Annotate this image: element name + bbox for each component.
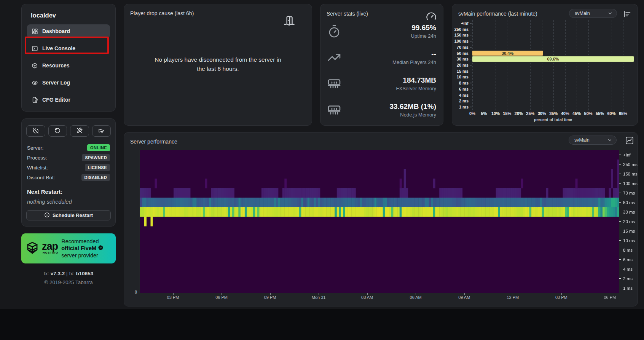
perf-time-label: 06 AM xyxy=(410,295,422,300)
thread-bar-50ms: 30.4% xyxy=(472,51,543,56)
server-perf-card: Server performance svMain +Inf250 ms150 … xyxy=(124,132,638,306)
stat-label: FXServer Memory xyxy=(396,86,436,91)
sidebar-item-label: Dashboard xyxy=(42,28,70,34)
status-label: Discord Bot: xyxy=(27,175,55,180)
thread-x-tick-label: 20% xyxy=(515,111,523,116)
thread-bar-30ms: 69.6% xyxy=(472,56,634,62)
sidebar-item-label: Resources xyxy=(42,62,70,69)
thread-x-tick-label: 10% xyxy=(491,111,500,116)
perf-ms-label: 4 ms xyxy=(623,267,633,271)
server-controls xyxy=(26,125,111,137)
zap-line1: Recommended xyxy=(61,238,104,245)
perf-right-axis: +Inf250 ms150 ms100 ms70 ms50 ms30 ms20 … xyxy=(619,150,642,293)
perf-ms-label: +Inf xyxy=(623,153,631,157)
perf-select-value: svMain xyxy=(574,137,590,143)
zap-line2: official FiveM xyxy=(61,245,96,252)
stat-value: 33.62MB (1%) xyxy=(390,102,437,111)
thread-select[interactable]: svMain xyxy=(569,9,617,18)
thread-y-tick-label: 50 ms xyxy=(457,51,469,56)
zap-line3: server provider xyxy=(61,252,104,259)
thread-x-tick-label: 5% xyxy=(481,111,487,116)
status-rows: Server:ONLINEProcess:SPAWNEDWhitelist:LI… xyxy=(26,143,111,182)
status-row: Server:ONLINE xyxy=(26,143,111,153)
thread-y-tick-label: 4 ms xyxy=(459,93,469,97)
trending-up-icon xyxy=(327,51,341,64)
perf-left-zero-label: 0 xyxy=(130,290,137,294)
perf-time-axis: 03 PM06 PM09 PMMon 3103 AM06 AM09 AM12 P… xyxy=(140,295,619,301)
status-row: Discord Bot:DISABLED xyxy=(26,172,111,182)
version-line: tx: v7.3.2 | fx: b10653 xyxy=(21,270,116,278)
perf-select[interactable]: svMain xyxy=(569,136,617,145)
file-edit-icon xyxy=(32,97,38,103)
sidebar-item-label: CFG Editor xyxy=(42,97,70,103)
zap-hosting-banner[interactable]: zap HOSTING Recommended official FiveM s… xyxy=(21,233,116,263)
zap-logo-sub: HOSTING xyxy=(43,251,58,254)
copyright: © 2019-2025 Tabarra xyxy=(21,278,116,287)
perf-time-label: Mon 31 xyxy=(312,295,326,300)
thread-x-tick-label: 50% xyxy=(584,111,593,116)
sidebar-item-server-log[interactable]: Server Log xyxy=(27,76,110,89)
chevron-down-icon xyxy=(607,11,613,16)
zap-text: Recommended official FiveM server provid… xyxy=(61,238,104,259)
perf-ms-label: 150 ms xyxy=(623,172,638,176)
sidebar-item-cfg-editor[interactable]: CFG Editor xyxy=(27,93,110,107)
perf-ms-label: 1 ms xyxy=(623,286,633,291)
package-icon xyxy=(32,62,38,69)
zap-logo-text: zap xyxy=(42,243,58,251)
perf-time-label: 06 PM xyxy=(604,295,616,300)
megaphone-icon xyxy=(98,128,104,135)
sidebar-item-dashboard[interactable]: Dashboard xyxy=(27,24,110,38)
thread-y-tick-label: 1 ms xyxy=(459,105,469,109)
stop-server-button[interactable] xyxy=(26,125,45,137)
stat-label: Node.js Memory xyxy=(390,112,437,118)
thread-x-tick-label: 60% xyxy=(607,111,616,116)
thread-x-labels: 0%5%10%15%20%25%30%35%40%45%50%55%60%65% xyxy=(472,111,634,117)
door-open-icon xyxy=(284,15,295,28)
schedule-restart-label: Schedule Restart xyxy=(53,212,93,218)
bar-chart-horizontal-icon[interactable] xyxy=(623,10,631,20)
player-drop-title: Player drop cause (last 6h) xyxy=(130,10,306,16)
player-drop-empty-message: No players have disconnected from the se… xyxy=(153,55,283,73)
sidebar-footer: tx: v7.3.2 | fx: b10653 © 2019-2025 Taba… xyxy=(21,270,116,287)
kill-server-button[interactable] xyxy=(70,125,89,137)
status-row: Process:SPAWNED xyxy=(26,153,111,163)
thread-x-tick-label: 0% xyxy=(469,111,475,116)
perf-ms-label: 2 ms xyxy=(623,276,633,281)
perf-ms-label: 10 ms xyxy=(623,238,635,243)
sidebar-item-resources[interactable]: Resources xyxy=(27,59,110,72)
perf-ms-label: 15 ms xyxy=(623,229,635,233)
perf-ms-label: 250 ms xyxy=(623,162,638,167)
next-restart-value: nothing scheduled xyxy=(27,199,110,205)
status-label: Server: xyxy=(27,145,44,151)
server-status-panel: Server:ONLINEProcess:SPAWNEDWhitelist:LI… xyxy=(21,118,116,227)
thread-perf-title: svMain performance (last minute) xyxy=(458,11,537,17)
restart-server-button[interactable] xyxy=(48,125,67,137)
zap-logo: zap HOSTING xyxy=(42,243,58,254)
server-perf-title: Server performance xyxy=(130,139,177,145)
announce-button[interactable] xyxy=(92,125,111,137)
power-off-icon xyxy=(33,128,39,135)
line-chart-icon[interactable] xyxy=(625,136,634,147)
status-badge: LICENSE xyxy=(85,164,110,171)
thread-y-tick-label: 10 ms xyxy=(457,75,469,79)
thread-y-tick-label: 2 ms xyxy=(459,99,469,103)
thread-y-tick-label: 8 ms xyxy=(459,81,469,85)
timer-icon xyxy=(327,24,341,38)
server-stats-title: Server stats (live) xyxy=(327,11,368,17)
thread-y-tick-label: 30 ms xyxy=(457,57,469,61)
circle-plus-icon xyxy=(44,212,50,219)
player-drop-card: Player drop cause (last 6h) No players h… xyxy=(124,4,312,126)
schedule-restart-button[interactable]: Schedule Restart xyxy=(26,210,111,220)
stat-row: 184.73MBFXServer Memory xyxy=(327,70,436,97)
status-label: Process: xyxy=(27,155,47,161)
memory-icon xyxy=(327,77,341,91)
memory-icon xyxy=(327,103,341,117)
thread-x-tick-label: 30% xyxy=(538,111,546,116)
stat-label: Uptime 24h xyxy=(411,33,436,39)
perf-time-label: 06 PM xyxy=(215,295,228,300)
perf-ms-label: 8 ms xyxy=(623,248,633,252)
thread-x-axis-title: percent of total time xyxy=(472,117,634,122)
thread-bars: 30.4%69.6% xyxy=(472,20,634,110)
perf-ms-label: 20 ms xyxy=(623,219,635,224)
verified-icon xyxy=(98,245,104,252)
